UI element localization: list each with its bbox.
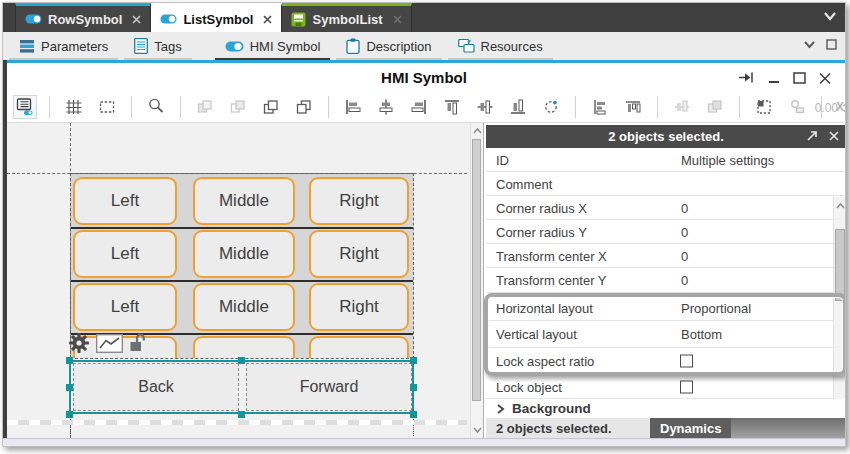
- list-button-partial[interactable]: [309, 336, 409, 358]
- document-tab-bar: RowSymbol ListSymbol SymbolList: [3, 3, 845, 32]
- tab-symbollist[interactable]: SymbolList: [282, 3, 411, 32]
- lock-object-checkbox[interactable]: [680, 381, 693, 394]
- panel-vertical-scrollbar[interactable]: [833, 197, 846, 415]
- background-section-header[interactable]: Background: [486, 399, 846, 418]
- send-backward-button[interactable]: [292, 95, 316, 119]
- symbol-tree-button[interactable]: [13, 95, 37, 119]
- editor-tab-hmi-symbol[interactable]: HMI Symbol: [215, 34, 331, 60]
- list-button[interactable]: Middle: [193, 283, 295, 331]
- section-label: Background: [512, 401, 591, 416]
- distribute-vertical-button[interactable]: [621, 95, 645, 119]
- snap-object-button[interactable]: [785, 95, 809, 119]
- selection-handle[interactable]: [238, 411, 245, 418]
- design-canvas[interactable]: Left Middle Right Left Middle Right Left…: [7, 123, 483, 438]
- property-row-corner-radius-y: Corner radius Y 0: [486, 220, 846, 244]
- scroll-up-icon[interactable]: [471, 124, 483, 138]
- align-bottom-button[interactable]: [506, 95, 530, 119]
- rotate-button[interactable]: [539, 95, 563, 119]
- screenshot: RowSymbol ListSymbol SymbolList Paramete…: [0, 0, 850, 454]
- tab-rowsymbol[interactable]: RowSymbol: [15, 3, 151, 32]
- match-width-button[interactable]: [670, 95, 694, 119]
- chevron-down-icon[interactable]: [803, 39, 816, 50]
- close-icon[interactable]: [263, 15, 272, 24]
- list-button[interactable]: Left: [73, 230, 177, 278]
- property-label: Corner radius Y: [496, 224, 587, 239]
- editor-tab-parameters[interactable]: Parameters: [9, 34, 118, 60]
- canvas-vertical-scrollbar[interactable]: [470, 123, 482, 438]
- distribute-horizontal-button[interactable]: [588, 95, 612, 119]
- selection-handle[interactable]: [238, 357, 245, 364]
- property-value[interactable]: 0: [681, 248, 688, 263]
- property-value[interactable]: 0: [681, 200, 688, 215]
- scroll-up-icon[interactable]: [834, 199, 846, 213]
- undock-icon[interactable]: [805, 129, 818, 142]
- selection-handle[interactable]: [66, 384, 73, 391]
- selection-handle[interactable]: [66, 357, 73, 364]
- selection-handle[interactable]: [410, 357, 417, 364]
- list-button-partial[interactable]: [193, 336, 295, 358]
- tags-icon: [134, 38, 148, 54]
- list-button[interactable]: Left: [73, 283, 177, 331]
- selection-mode-button[interactable]: [752, 95, 776, 119]
- list-button[interactable]: Middle: [193, 177, 295, 225]
- bring-forward-button[interactable]: [259, 95, 283, 119]
- editor-tab-label: Description: [366, 39, 431, 54]
- spinner-arrows-icon[interactable]: [842, 100, 846, 116]
- align-left-button[interactable]: [341, 95, 365, 119]
- property-value[interactable]: 0: [681, 224, 688, 239]
- close-icon[interactable]: [828, 129, 840, 142]
- list-button[interactable]: Right: [309, 283, 409, 331]
- grid-button[interactable]: [62, 95, 86, 119]
- forward-button[interactable]: Forward: [246, 363, 412, 411]
- footer-tab-selection[interactable]: 2 objects selected.: [486, 418, 650, 438]
- align-middle-button[interactable]: [473, 95, 497, 119]
- list-button[interactable]: Left: [73, 177, 177, 225]
- align-center-button[interactable]: [374, 95, 398, 119]
- group-button[interactable]: [193, 95, 217, 119]
- maximize-icon[interactable]: [793, 71, 806, 85]
- scrollbar-thumb[interactable]: [835, 229, 845, 301]
- property-value[interactable]: Proportional: [681, 300, 751, 315]
- close-icon[interactable]: [393, 15, 402, 24]
- property-value[interactable]: Multiple settings: [681, 152, 774, 167]
- property-row-transform-center-y: Transform center Y 0: [486, 268, 846, 293]
- footer-tab-dynamics[interactable]: Dynamics: [650, 418, 731, 438]
- property-label: Horizontal layout: [496, 300, 593, 315]
- selection-frame-button[interactable]: [95, 95, 119, 119]
- tab-label: RowSymbol: [48, 12, 122, 27]
- editor-tab-resources[interactable]: Resources: [448, 34, 553, 60]
- minimize-icon[interactable]: [768, 71, 780, 85]
- list-button[interactable]: Right: [309, 230, 409, 278]
- toggle-icon: [25, 14, 42, 24]
- editor-tab-description[interactable]: Description: [336, 34, 441, 60]
- property-value[interactable]: Bottom: [681, 327, 722, 342]
- back-button[interactable]: Back: [73, 363, 239, 411]
- lock-aspect-ratio-checkbox[interactable]: [680, 354, 693, 367]
- resources-icon: [458, 38, 475, 54]
- tab-listsymbol[interactable]: ListSymbol: [151, 3, 282, 32]
- zoom-button[interactable]: [144, 95, 168, 119]
- list-button[interactable]: Middle: [193, 230, 295, 278]
- property-label: Transform center Y: [496, 273, 607, 288]
- close-icon[interactable]: [132, 15, 141, 24]
- scrollbar-thumb[interactable]: [472, 139, 481, 401]
- match-height-button[interactable]: [703, 95, 727, 119]
- editor-tab-bar: Parameters Tags HMI Symbol Description R…: [3, 32, 845, 60]
- property-row-lock-aspect-ratio: Lock aspect ratio: [486, 348, 846, 374]
- align-right-button[interactable]: [407, 95, 431, 119]
- selection-handle[interactable]: [410, 384, 417, 391]
- ungroup-button[interactable]: [226, 95, 250, 119]
- tab-label: SymbolList: [312, 12, 382, 27]
- property-value[interactable]: 0: [681, 273, 688, 288]
- property-row-corner-radius-x: Corner radius X 0: [486, 196, 846, 220]
- editor-tab-tags[interactable]: Tags: [124, 34, 191, 60]
- align-top-button[interactable]: [440, 95, 464, 119]
- toggle-icon: [160, 14, 177, 24]
- scroll-down-icon[interactable]: [471, 423, 483, 437]
- properties-header-text: 2 objects selected.: [608, 129, 724, 144]
- maximize-panel-icon[interactable]: [826, 39, 837, 50]
- tab-overflow-chevron-icon[interactable]: [823, 10, 837, 22]
- list-button[interactable]: Right: [309, 177, 409, 225]
- pin-icon[interactable]: [738, 69, 755, 86]
- close-icon[interactable]: [819, 71, 831, 85]
